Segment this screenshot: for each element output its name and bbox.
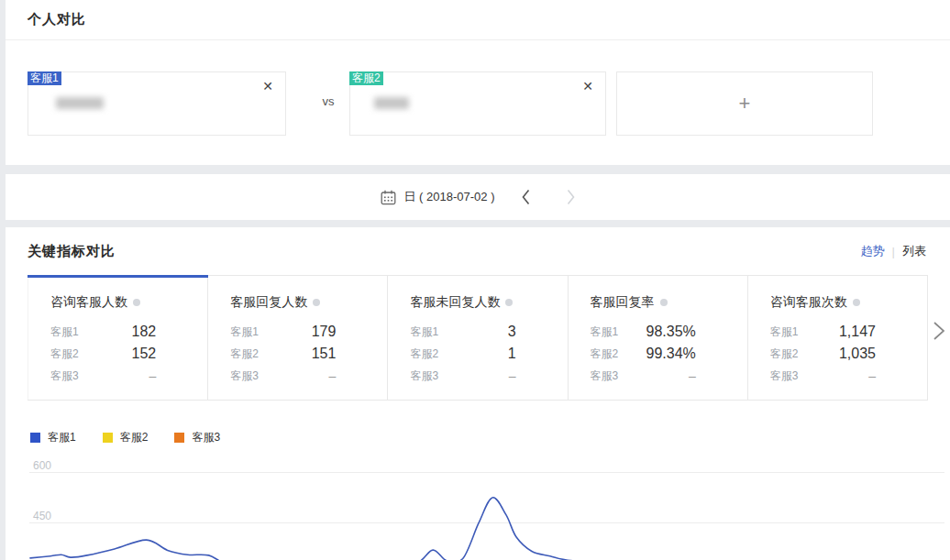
metric-row-value: 179: [312, 324, 337, 340]
metric-row-label: 客服2: [770, 346, 799, 362]
add-agent-button[interactable]: +: [616, 71, 873, 136]
metric-row: 客服3 –: [230, 365, 365, 387]
legend-label: 客服3: [192, 430, 220, 445]
metric-row: 客服2 151: [230, 343, 365, 365]
metric-card-rows: 客服1 98.35% 客服2 99.34% 客服3 –: [591, 321, 725, 387]
calendar-icon[interactable]: [381, 190, 396, 205]
vs-label: vs: [314, 94, 343, 108]
metric-cards-row: 咨询客服人数 客服1 182 客服2 152 客服3 – 客服回复人数 客服1 …: [28, 275, 928, 401]
trend-chart: 600450300: [6, 453, 950, 560]
info-icon[interactable]: [505, 299, 513, 306]
info-icon[interactable]: [133, 299, 140, 306]
metric-row: 客服2 1: [410, 343, 545, 365]
personal-comparison-header: 个人对比: [6, 0, 950, 40]
metric-card-title: 客服回复人数: [230, 294, 307, 311]
plus-icon: +: [739, 92, 751, 115]
toggle-list[interactable]: 列表: [902, 243, 926, 259]
legend-item[interactable]: 客服3: [174, 430, 220, 445]
legend-item[interactable]: 客服1: [30, 430, 76, 445]
metric-row: 客服2 1,035: [770, 343, 905, 365]
agent1-name-blurred: [56, 97, 104, 109]
metric-row-label: 客服2: [410, 346, 438, 362]
agent-slot-2[interactable]: 客服2 ✕: [349, 71, 606, 136]
metric-row: 客服1 1,147: [770, 321, 905, 343]
metric-row-label: 客服1: [770, 324, 799, 340]
metric-row-label: 客服3: [770, 368, 799, 384]
agent-slot-1[interactable]: 客服1 ✕: [28, 71, 286, 136]
chart-legend: 客服1 客服2 客服3: [30, 430, 247, 445]
legend-swatch-icon: [174, 433, 184, 443]
metric-row-value: 1: [508, 346, 516, 362]
date-picker[interactable]: 日 ( 2018-07-02 ): [381, 189, 576, 205]
metric-card-rows: 客服1 1,147 客服2 1,035 客服3 –: [770, 321, 905, 387]
metric-row-label: 客服3: [591, 368, 619, 384]
metric-card-rows: 客服1 3 客服2 1 客服3 –: [410, 321, 545, 387]
legend-swatch-icon: [103, 433, 113, 443]
legend-label: 客服1: [48, 430, 76, 445]
metric-row-label: 客服2: [591, 346, 619, 362]
info-icon[interactable]: [853, 299, 860, 306]
metric-card[interactable]: 咨询客服人数 客服1 182 客服2 152 客服3 –: [28, 275, 208, 400]
metric-card-title-row: 咨询客服次数: [770, 294, 905, 311]
metric-row-label: 客服1: [591, 324, 619, 340]
metric-card-title-row: 客服回复率: [591, 294, 725, 311]
metric-card[interactable]: 客服未回复人数 客服1 3 客服2 1 客服3 –: [388, 275, 568, 400]
view-toggle: 趋势 | 列表: [861, 243, 926, 259]
metric-card[interactable]: 客服回复率 客服1 98.35% 客服2 99.34% 客服3 –: [569, 275, 748, 400]
cards-next-icon[interactable]: [932, 321, 946, 341]
metric-row-value: 98.35%: [646, 324, 696, 340]
metric-card-title: 咨询客服次数: [770, 294, 847, 311]
info-icon[interactable]: [313, 299, 320, 306]
metric-row: 客服1 182: [50, 321, 185, 343]
metric-row-value: 152: [132, 346, 157, 362]
metric-card-title-row: 客服回复人数: [230, 294, 365, 311]
metric-card-title: 客服回复率: [591, 294, 655, 311]
metric-row: 客服1 98.35%: [591, 321, 725, 343]
toggle-trend[interactable]: 趋势: [861, 243, 885, 259]
metric-row: 客服3 –: [410, 365, 545, 387]
personal-comparison-panel: 个人对比 客服1 ✕ vs 客服2 ✕ +: [6, 0, 950, 165]
close-icon[interactable]: ✕: [582, 80, 593, 93]
series-line-客服1: [30, 498, 944, 560]
metric-row: 客服2 152: [50, 343, 185, 365]
metric-card-title: 咨询客服人数: [50, 294, 127, 311]
next-day-icon[interactable]: [566, 189, 576, 205]
metric-row-label: 客服1: [410, 324, 438, 340]
prev-day-icon[interactable]: [521, 189, 531, 205]
metric-row-value: –: [329, 368, 337, 383]
metric-row-value: 1,147: [839, 324, 876, 340]
metric-card-rows: 客服1 179 客服2 151 客服3 –: [230, 321, 365, 387]
metric-row-label: 客服3: [50, 368, 79, 384]
agent2-name-blurred: [374, 97, 409, 109]
metric-card-title: 客服未回复人数: [410, 294, 500, 311]
section-title: 关键指标对比: [28, 243, 116, 260]
metric-row-value: 3: [508, 324, 516, 340]
metric-row: 客服3 –: [770, 365, 905, 387]
line-chart-svg: [6, 453, 950, 560]
legend-swatch-icon: [30, 433, 40, 443]
key-metrics-panel: 关键指标对比 趋势 | 列表 咨询客服人数 客服1 182 客服2 152 客服…: [6, 227, 950, 560]
metric-row: 客服2 99.34%: [591, 343, 725, 365]
metric-card-title-row: 咨询客服人数: [50, 294, 185, 311]
info-icon[interactable]: [660, 299, 668, 306]
metric-row-label: 客服2: [50, 346, 79, 362]
metric-row-value: 182: [132, 324, 157, 340]
agent2-tag: 客服2: [349, 71, 383, 85]
metric-row-value: 151: [312, 346, 337, 362]
metric-row-value: 1,035: [839, 346, 876, 362]
metric-card[interactable]: 咨询客服次数 客服1 1,147 客服2 1,035 客服3 –: [748, 275, 928, 400]
date-label[interactable]: 日 ( 2018-07-02 ): [404, 189, 495, 205]
metric-row: 客服3 –: [50, 365, 185, 387]
metric-row-value: 99.34%: [646, 346, 696, 362]
page-title: 个人对比: [28, 11, 86, 28]
toggle-divider: |: [892, 245, 895, 258]
agent1-tag: 客服1: [28, 71, 61, 85]
metric-row-value: –: [509, 368, 516, 383]
metric-row: 客服1 3: [410, 321, 545, 343]
metric-row-label: 客服3: [230, 368, 259, 384]
metric-card[interactable]: 客服回复人数 客服1 179 客服2 151 客服3 –: [208, 275, 388, 400]
metric-row-label: 客服1: [230, 324, 259, 340]
legend-item[interactable]: 客服2: [103, 430, 149, 445]
legend-label: 客服2: [120, 430, 149, 445]
close-icon[interactable]: ✕: [262, 80, 273, 93]
